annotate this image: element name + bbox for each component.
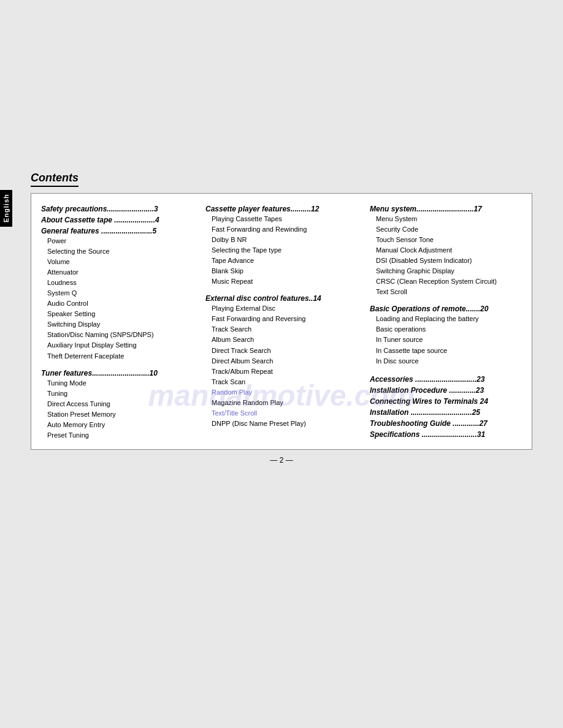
toc-subitem: In Tuner source: [376, 335, 522, 345]
toc-item: Troubleshooting Guide .............27: [370, 419, 522, 428]
toc-item: About Cassette tape ....................…: [41, 216, 193, 224]
toc-item: External disc control features..14: [205, 294, 358, 303]
toc-col3: Menu system............................1…: [370, 202, 522, 441]
toc-item: Menu system............................1…: [370, 205, 522, 213]
toc-subitem: Track/Album Repeat: [212, 366, 358, 377]
toc-subitem: Direct Track Search: [212, 346, 358, 356]
toc-subitem: Basic operations: [376, 324, 522, 335]
toc-subitem: Security Code: [376, 224, 522, 235]
toc-subitem: Tape Advance: [212, 256, 358, 266]
toc-subitem: Power: [47, 236, 193, 246]
toc-subitem: Text Scroll: [376, 287, 522, 297]
toc-subitem: Fast Forwarding and Rewinding: [212, 224, 358, 235]
toc-subitem: Magazine Random Play: [212, 398, 358, 408]
toc-subitem: Audio Control: [47, 298, 193, 309]
toc-subitem: Track Scan: [212, 377, 358, 387]
toc-subitem: Blank Skip: [212, 266, 358, 276]
toc-item: Cassette player features..........12: [205, 205, 358, 213]
page-number: — 2 —: [31, 456, 532, 464]
toc-subitem: Fast Forwarding and Reversing: [212, 314, 358, 324]
toc-subitem: Loading and Replacing the battery: [376, 314, 522, 324]
toc-subitem: Switching Graphic Display: [376, 266, 522, 276]
toc-subitem: Attenuator: [47, 267, 193, 278]
toc-item: General features .......................…: [41, 227, 193, 235]
toc-item: Basic Operations of remote.......20: [370, 305, 522, 313]
toc-subitem: Preset Tuning: [47, 430, 193, 441]
toc-subitem: Loudness: [47, 278, 193, 288]
toc-container: Safety precautions......................…: [31, 193, 532, 450]
toc-subitem: Station/Disc Naming (SNPS/DNPS): [47, 330, 193, 340]
toc-item: Tuner features..........................…: [41, 369, 193, 377]
toc-item: Specifications .........................…: [370, 430, 522, 439]
toc-subitem: Dolby B NR: [212, 235, 358, 245]
toc-col1: Safety precautions......................…: [41, 202, 193, 441]
toc-subitem: Selecting the Tape type: [212, 245, 358, 256]
toc-grid: Safety precautions......................…: [41, 202, 522, 441]
toc-subitem: Menu System: [376, 214, 522, 224]
toc-subitem: Playing External Disc: [212, 303, 358, 314]
toc-item: Connecting Wires to Terminals 24: [370, 397, 522, 406]
toc-subitem: Playing Cassette Tapes: [212, 214, 358, 224]
toc-col2: Cassette player features..........12 Pla…: [205, 202, 358, 441]
toc-subitem: Auto Memory Entry: [47, 420, 193, 430]
toc-subitem: Speaker Setting: [47, 309, 193, 319]
toc-subitem: Station Preset Memory: [47, 409, 193, 420]
toc-subitem: Auxiliary Input Display Setting: [47, 340, 193, 351]
toc-subitem: Direct Album Search: [212, 356, 358, 366]
toc-subitem: Text/Title Scroll: [212, 408, 358, 419]
toc-item: Accessories ............................…: [370, 375, 522, 384]
toc-subitem: Tuning Mode: [47, 378, 193, 389]
toc-subitem: Touch Sensor Tone: [376, 235, 522, 245]
toc-subitem: Random Play: [212, 387, 358, 398]
toc-subitem: DSI (Disabled System Indicator): [376, 256, 522, 266]
toc-subitem: Direct Access Tuning: [47, 399, 193, 409]
toc-item: Safety precautions......................…: [41, 205, 193, 213]
toc-subitem: Track Search: [212, 324, 358, 335]
toc-subitem: Music Repeat: [212, 276, 358, 287]
toc-subitem: Selecting the Source: [47, 246, 193, 257]
toc-item: Installation ...........................…: [370, 408, 522, 417]
toc-subitem: Switching Display: [47, 319, 193, 330]
toc-subitem: In Disc source: [376, 356, 522, 366]
toc-subitem: DNPP (Disc Name Preset Play): [212, 419, 358, 429]
toc-subitem: In Cassette tape source: [376, 346, 522, 356]
toc-subitem: Album Search: [212, 335, 358, 345]
contents-title: Contents: [31, 172, 79, 187]
toc-subitem: Manual Clock Adjustment: [376, 245, 522, 256]
toc-subitem: System Q: [47, 288, 193, 298]
toc-subitem: CRSC (Clean Reception System Circuit): [376, 276, 522, 287]
toc-item: Installation Procedure .............23: [370, 386, 522, 395]
toc-subitem: Volume: [47, 257, 193, 267]
toc-subitem: Tuning: [47, 389, 193, 399]
toc-subitem: Theft Deterrent Faceplate: [47, 351, 193, 362]
